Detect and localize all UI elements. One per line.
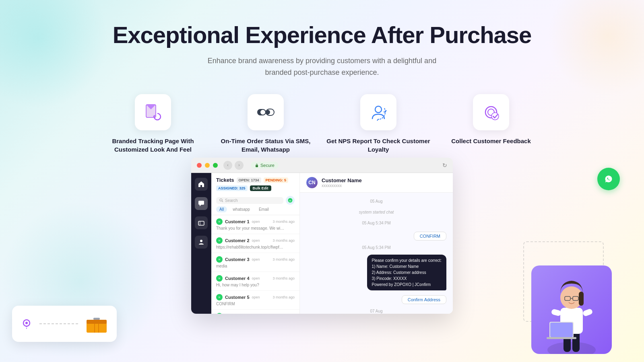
package-icon — [85, 314, 109, 334]
customer-item-1[interactable]: W Customer 1 open 3 months ago Thank you… — [211, 215, 299, 234]
svg-point-23 — [220, 199, 222, 201]
svg-point-5 — [265, 110, 270, 115]
chat-header-info: Customer Name xxxxxxxxxx — [322, 177, 362, 188]
user-icon — [198, 239, 204, 245]
open-badge-2: open — [252, 239, 260, 243]
customer-time-5: 3 months ago — [272, 295, 295, 299]
tracking-card — [12, 306, 117, 342]
badge-bulk-edit[interactable]: Bulk Edit — [250, 185, 271, 191]
svg-point-11 — [25, 322, 28, 324]
filter-tab-whatsapp[interactable]: whatsapp — [229, 206, 253, 212]
customer-msg-5: CONFIRM — [216, 302, 285, 306]
svg-rect-46 — [551, 309, 562, 317]
chat-msg-confirm-address-row: Confirm Address — [306, 294, 446, 304]
whatsapp-indicator-4: W — [216, 275, 223, 282]
customer-msg-3: media — [216, 264, 285, 268]
confirm-button[interactable]: CONFIRM — [414, 232, 446, 241]
search-box: Search — [216, 197, 283, 204]
filter-tab-all[interactable]: All — [216, 206, 227, 212]
badge-assigned: ASSIGNED: 325 — [216, 185, 248, 191]
customer-name-3: Customer 3 — [225, 257, 250, 262]
browser-forward-btn[interactable]: › — [235, 161, 244, 170]
customer-time-2: 3 months ago — [272, 239, 295, 243]
app-sidebar — [191, 173, 211, 314]
woman-figure — [531, 269, 612, 354]
customer-msg-4: Hi, how may I help you? — [216, 283, 285, 287]
confirm-address-button[interactable]: Confirm Address — [402, 295, 446, 304]
svg-text:W: W — [219, 239, 221, 242]
svg-text:W: W — [219, 258, 221, 261]
search-row: Search W — [216, 193, 295, 206]
svg-rect-13 — [87, 320, 107, 324]
svg-point-9 — [491, 113, 499, 120]
customer-msg-1: Thank you for your message. We will resp… — [216, 226, 285, 230]
filter-tabs: All whatsapp Email — [216, 206, 295, 212]
badge-open: OPEN: 1734 — [237, 177, 261, 183]
customer-item-2[interactable]: W Customer 2 open 3 months ago https://r… — [211, 234, 299, 253]
svg-rect-18 — [198, 201, 204, 205]
customer-item-3[interactable]: W Customer 3 open 3 months ago media — [211, 253, 299, 272]
feature-icon-box-1 — [135, 94, 171, 130]
chat-msg-details-row: Please confirm your details are correct:… — [306, 255, 446, 290]
sidebar-chat-icon[interactable] — [195, 197, 208, 210]
sidebar-home-icon[interactable] — [195, 178, 208, 191]
whatsapp-small-icon: W — [288, 198, 293, 203]
date-divider-1: 05 Aug — [306, 199, 446, 204]
svg-point-3 — [260, 110, 265, 115]
browser-back-btn[interactable]: ‹ — [223, 161, 232, 170]
feature-nps-report: Get NPS Report To Check Customer Loyalty — [322, 94, 435, 154]
settings-check-icon — [481, 102, 501, 122]
svg-rect-14 — [93, 318, 100, 320]
whatsapp-float-button[interactable] — [597, 168, 620, 190]
sidebar-user-icon[interactable] — [195, 236, 208, 249]
svg-rect-47 — [582, 308, 593, 317]
svg-rect-20 — [198, 221, 204, 225]
svg-text:W: W — [219, 220, 221, 223]
svg-marker-19 — [200, 205, 201, 206]
svg-rect-17 — [256, 165, 258, 167]
customer-time-3: 3 months ago — [272, 257, 295, 261]
date-divider-2: 07 Aug — [306, 309, 446, 313]
msg-time-1: 05 Aug 5:34 PM — [306, 245, 446, 250]
whatsapp-indicator-5: W — [216, 294, 223, 300]
customer-list: W Customer 1 open 3 months ago Thank you… — [211, 215, 299, 314]
app-content: Tickets OPEN: 1734 PENDING: 5 ASSIGNED: … — [191, 173, 453, 314]
svg-rect-54 — [550, 323, 573, 337]
svg-line-24 — [222, 201, 223, 202]
chat-header-name: Customer Name — [322, 177, 362, 183]
customer-time-4: 3 months ago — [272, 276, 295, 280]
chat-msg-confirm-row: CONFIRM — [306, 230, 446, 241]
bg-decoration-tr — [547, 0, 644, 97]
features-row: Branded Tracking Page With Customized Lo… — [0, 90, 644, 162]
filter-tab-email[interactable]: Email — [256, 206, 272, 212]
whatsapp-filter-icon[interactable]: W — [286, 196, 295, 205]
refresh-user-icon — [368, 102, 388, 122]
location-pin-icon — [20, 317, 33, 330]
whatsapp-float-icon — [603, 173, 615, 185]
system-started: system started chat — [306, 210, 446, 214]
browser-dot-red — [197, 163, 202, 168]
feature-icon-box-2 — [248, 94, 284, 130]
customer-item-6[interactable]: W Customer 6 open 3 months ago CONFIRM — [211, 310, 299, 314]
lock-icon — [255, 163, 259, 167]
tickets-title-row: Tickets OPEN: 1734 PENDING: 5 ASSIGNED: … — [216, 177, 295, 191]
svg-rect-55 — [547, 337, 576, 339]
ticket-icon — [198, 220, 204, 226]
svg-point-42 — [547, 342, 596, 354]
browser-refresh-btn[interactable]: ↻ — [442, 162, 447, 169]
whatsapp-indicator-2: W — [216, 237, 223, 244]
tickets-header: Tickets OPEN: 1734 PENDING: 5 ASSIGNED: … — [211, 173, 299, 215]
customer-item-4[interactable]: W Customer 4 open 3 months ago Hi, how m… — [211, 272, 299, 291]
system-time: 05 Aug 5:34 PM — [306, 221, 446, 225]
customer-item-5[interactable]: W Customer 5 open 3 months ago CONFIRM — [211, 291, 299, 310]
search-placeholder: Search — [225, 198, 238, 203]
feature-order-status: On-Time Order Status Via SMS, Email, Wha… — [209, 94, 322, 154]
feature-icon-box-4 — [473, 94, 509, 130]
toggle-icon — [256, 102, 276, 122]
browser-nav: ‹ › — [223, 161, 244, 170]
open-badge-1: open — [252, 220, 260, 224]
svg-point-6 — [375, 106, 382, 113]
main-content: ‹ › Secure ↻ — [0, 162, 644, 362]
bookmark-return-icon — [143, 102, 163, 122]
sidebar-ticket-icon[interactable] — [195, 216, 208, 229]
